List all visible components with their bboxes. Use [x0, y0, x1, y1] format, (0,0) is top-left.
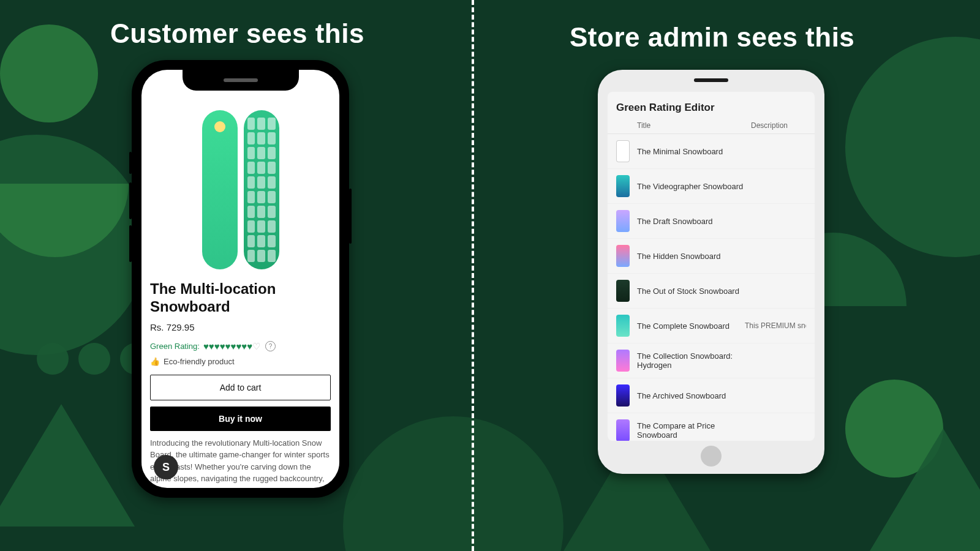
- product-title: The Multi-location Snowboard: [150, 280, 331, 316]
- row-title: The Archived Snowboard: [637, 391, 745, 400]
- row-title: The Out of Stock Snowboard: [637, 287, 745, 296]
- row-title: The Minimal Snowboard: [637, 147, 745, 156]
- heart-icon: ♥: [203, 341, 209, 351]
- heart-icon: ♥: [236, 341, 241, 351]
- green-rating-hearts: ♥♥♥♥♥♥♥♥♥♡: [203, 341, 260, 352]
- buy-it-now-button[interactable]: Buy it now: [150, 407, 331, 431]
- promo-stage: Customer sees this Store admin sees this…: [0, 0, 980, 551]
- row-title: The Complete Snowboard: [637, 321, 745, 331]
- product-thumbnail: [616, 140, 630, 162]
- product-thumbnail: [616, 419, 630, 441]
- heart-icon: ♥: [220, 341, 225, 351]
- eco-friendly-label: Eco-friendly product: [164, 357, 235, 366]
- product-thumbnail: [616, 384, 630, 407]
- green-rating-row: Green Rating: ♥♥♥♥♥♥♥♥♥♡ ?: [150, 341, 331, 352]
- table-row[interactable]: The Draft Snowboard: [608, 204, 815, 239]
- info-icon[interactable]: ?: [265, 341, 276, 351]
- row-title: The Videographer Snowboard: [637, 182, 745, 191]
- table-header-row: Title Description: [608, 121, 815, 133]
- headline-admin: Store admin sees this: [570, 22, 854, 53]
- product-thumbnail: [616, 280, 630, 302]
- admin-app: Green Rating Editor Title Description Th…: [608, 92, 815, 441]
- heart-icon: ♡: [252, 341, 260, 351]
- eco-friendly-badge: 👍 Eco-friendly product: [150, 357, 331, 366]
- table-row[interactable]: The Collection Snowboard: Hydrogen: [608, 343, 815, 378]
- thumbs-up-icon: 👍: [150, 357, 160, 366]
- storefront-product-page: The Multi-location Snowboard Rs. 729.95 …: [141, 70, 339, 488]
- admin-page-title: Green Rating Editor: [608, 92, 815, 121]
- table-row[interactable]: The Complete SnowboardThis PREMIUM sno: [608, 309, 815, 343]
- table-row[interactable]: The Out of Stock Snowboard: [608, 274, 815, 309]
- customer-phone-frame: The Multi-location Snowboard Rs. 729.95 …: [132, 60, 349, 498]
- product-thumbnail: [616, 175, 630, 197]
- heart-icon: ♥: [241, 341, 247, 351]
- product-table-body: The Minimal SnowboardThe Videographer Sn…: [608, 133, 815, 441]
- table-row[interactable]: The Videographer Snowboard: [608, 169, 815, 204]
- table-row[interactable]: The Archived Snowboard: [608, 378, 815, 413]
- admin-tablet-frame: Green Rating Editor Title Description Th…: [598, 70, 824, 474]
- col-title[interactable]: Title: [637, 121, 751, 130]
- product-thumbnail: [616, 245, 630, 267]
- product-image-front: [202, 110, 238, 269]
- row-title: The Draft Snowboard: [637, 217, 745, 226]
- heart-icon: ♥: [209, 341, 214, 351]
- vertical-divider: [472, 0, 474, 551]
- table-row[interactable]: The Compare at Price Snowboard: [608, 413, 815, 441]
- col-description[interactable]: Description: [751, 121, 806, 130]
- product-thumbnail: [616, 350, 630, 372]
- product-thumbnail: [616, 315, 630, 337]
- product-image-back: [244, 110, 279, 269]
- table-row[interactable]: The Hidden Snowboard: [608, 239, 815, 274]
- row-description: This PREMIUM sno: [745, 321, 806, 330]
- row-title: The Collection Snowboard: Hydrogen: [637, 351, 745, 370]
- headline-customer: Customer sees this: [110, 18, 364, 49]
- row-title: The Compare at Price Snowboard: [637, 421, 745, 440]
- green-rating-label: Green Rating:: [150, 342, 200, 351]
- product-price: Rs. 729.95: [150, 322, 331, 332]
- product-thumbnail: [616, 210, 630, 232]
- row-title: The Hidden Snowboard: [637, 252, 745, 261]
- add-to-cart-button[interactable]: Add to cart: [150, 375, 331, 400]
- home-button[interactable]: [701, 446, 722, 467]
- heart-icon: ♥: [247, 341, 252, 351]
- shopify-fab-icon[interactable]: S: [154, 455, 178, 479]
- phone-notch: [183, 70, 299, 91]
- product-image-gallery[interactable]: [150, 92, 331, 276]
- table-row[interactable]: The Minimal Snowboard: [608, 134, 815, 169]
- heart-icon: ♥: [214, 341, 220, 351]
